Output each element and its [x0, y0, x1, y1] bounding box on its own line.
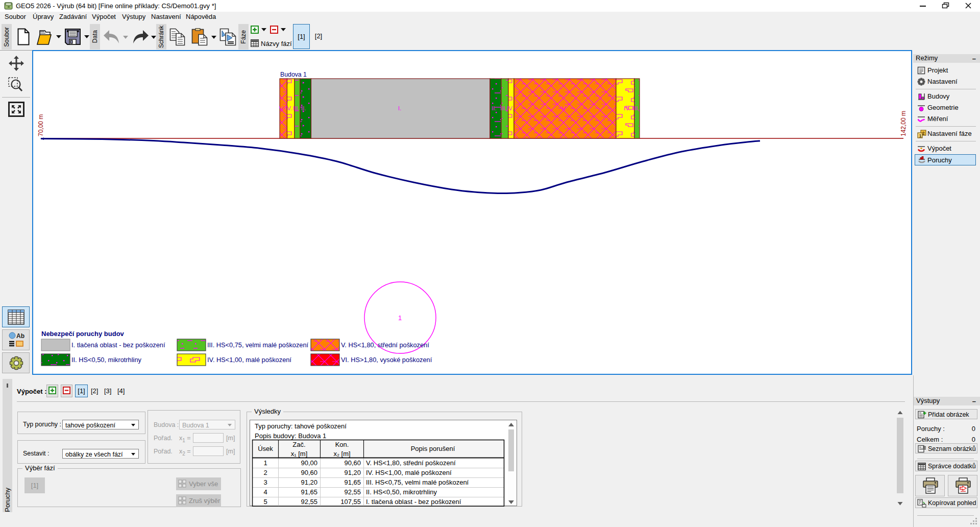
- svg-text:91,20: 91,20: [344, 469, 361, 476]
- svg-text:I.: I.: [398, 105, 401, 111]
- svg-text:92,55: 92,55: [301, 498, 317, 506]
- svg-text:V.: V.: [561, 105, 567, 111]
- svg-text:II.: II.: [301, 105, 306, 111]
- svg-text:1: 1: [919, 133, 922, 138]
- svg-text:Ab: Ab: [16, 332, 24, 340]
- svg-text:V.: V.: [279, 105, 284, 111]
- svg-text:III.: III.: [500, 105, 507, 111]
- svg-text:x₁ [m]: x₁ [m]: [291, 450, 308, 458]
- svg-text:III.: III.: [293, 105, 300, 111]
- svg-text:92,55: 92,55: [344, 488, 361, 496]
- svg-text:IV.: IV.: [624, 105, 630, 111]
- svg-text:II. HS<0,50, mikrotrhliny: II. HS<0,50, mikrotrhliny: [71, 356, 142, 364]
- svg-text:I. tlačená oblast - bez poškoz: I. tlačená oblast - bez poškození: [71, 341, 165, 349]
- svg-text:1: 1: [398, 314, 402, 322]
- svg-text:91,65: 91,65: [344, 478, 361, 486]
- svg-text:III.: III.: [633, 105, 640, 111]
- svg-text:4: 4: [263, 488, 267, 496]
- svg-text:2: 2: [263, 469, 267, 476]
- svg-text:107,55: 107,55: [340, 498, 361, 506]
- svg-text:5: 5: [263, 498, 267, 506]
- svg-text:142,00 m: 142,00 m: [900, 111, 907, 136]
- svg-text:Nebezpečí poruchy budov: Nebezpečí poruchy budov: [41, 330, 125, 338]
- svg-text:III. HS<0,75, velmi malé poško: III. HS<0,75, velmi malé poškození: [207, 341, 309, 349]
- svg-text:90,00: 90,00: [301, 459, 317, 467]
- svg-text:90,60: 90,60: [344, 459, 361, 467]
- svg-text:IV.: IV.: [507, 105, 513, 111]
- svg-text:V. HS<1,80, střední poškození: V. HS<1,80, střední poškození: [341, 341, 429, 349]
- svg-text:3: 3: [263, 478, 267, 486]
- svg-text:Popis porušení: Popis porušení: [411, 445, 455, 452]
- svg-text:V. HS<1,80, střední poškození: V. HS<1,80, střední poškození: [366, 459, 456, 467]
- svg-text:VI. HS>1,80, vysoké poškození: VI. HS>1,80, vysoké poškození: [341, 356, 432, 364]
- svg-text:70,00 m: 70,00 m: [37, 114, 44, 136]
- svg-text:91,20: 91,20: [301, 478, 317, 486]
- svg-text:Budova 1: Budova 1: [280, 71, 307, 78]
- svg-text:x₂ [m]: x₂ [m]: [333, 450, 350, 458]
- svg-text:90,60: 90,60: [301, 469, 317, 476]
- svg-text:1: 1: [263, 459, 267, 467]
- svg-text:IV. HS<1,00, malé poškození: IV. HS<1,00, malé poškození: [207, 356, 291, 364]
- svg-text:II. HS<0,50, mikrotrhliny: II. HS<0,50, mikrotrhliny: [366, 488, 437, 496]
- svg-text:II.: II.: [492, 105, 497, 111]
- svg-text:Zač.: Zač.: [292, 441, 305, 448]
- svg-text:III. HS<0,75, velmi malé poško: III. HS<0,75, velmi malé poškození: [366, 478, 469, 486]
- svg-text:Úsek: Úsek: [258, 445, 273, 452]
- svg-text:91,65: 91,65: [301, 488, 317, 496]
- svg-text:IV.: IV.: [285, 105, 292, 111]
- svg-text:Kon.: Kon.: [335, 441, 349, 448]
- svg-text:I. tlačená oblast - bez poškoz: I. tlačená oblast - bez poškození: [366, 498, 461, 506]
- svg-text:IV. HS<1,00, malé poškození: IV. HS<1,00, malé poškození: [366, 469, 452, 476]
